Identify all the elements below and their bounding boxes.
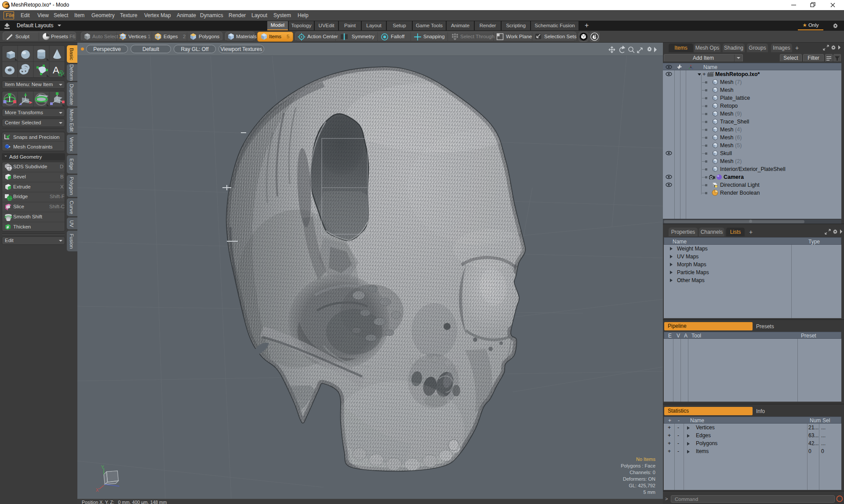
svg-text:X: X [96,488,99,493]
svg-text:Y: Y [101,465,104,470]
